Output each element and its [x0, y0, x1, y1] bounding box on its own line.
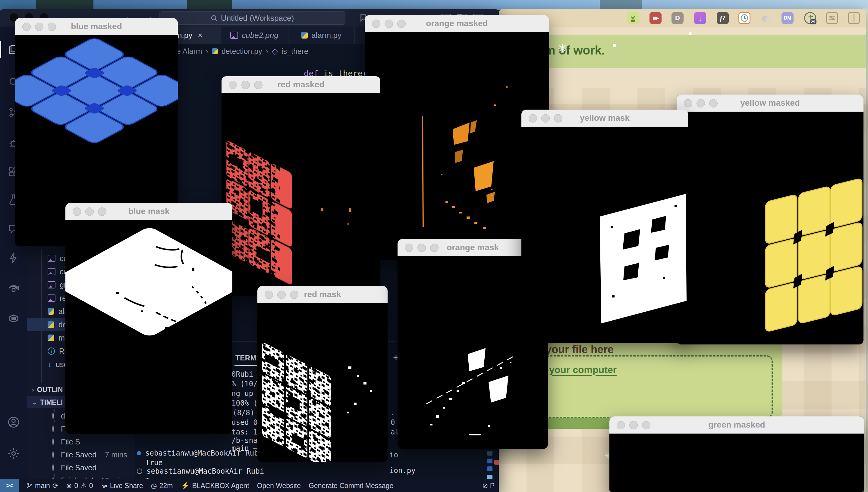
- terminal-decoration: [494, 460, 499, 465]
- python-icon: [301, 32, 308, 39]
- red-mask-image: [257, 303, 388, 462]
- terminal-text-fragment: io: [390, 451, 398, 459]
- palm-timer-icon[interactable]: 29: [804, 12, 816, 24]
- plant-icon[interactable]: [627, 12, 639, 24]
- lightning-icon[interactable]: [0, 248, 27, 267]
- wallpaper-tree: [187, 0, 232, 10]
- cv-window-red-masked[interactable]: red masked: [221, 76, 380, 296]
- errors-icon: ⊗: [66, 482, 72, 490]
- terminal-line: True: [137, 459, 163, 467]
- terminal-text-fragment: used 0: [232, 418, 258, 427]
- cv-window-blue-mask[interactable]: blue mask: [65, 203, 232, 434]
- python-icon: [212, 48, 218, 54]
- timeline-label: File S: [61, 438, 80, 446]
- workspace-search-box[interactable]: Untitled (Workspace): [159, 11, 345, 25]
- cloud-icon[interactable]: [760, 12, 772, 24]
- search-icon: [211, 15, 218, 22]
- cv-window-yellow-mask[interactable]: yellow mask: [521, 109, 688, 343]
- direct-messages-icon[interactable]: DM: [781, 12, 794, 24]
- timeline-item[interactable]: File Saved7 mins: [27, 448, 135, 461]
- cv-titlebar[interactable]: blue masked: [15, 18, 178, 35]
- cv-titlebar[interactable]: red mask: [257, 286, 388, 303]
- terminal-decoration: [487, 475, 492, 479]
- python-file-icon: [48, 308, 54, 315]
- wallpaper-tree: [600, 0, 642, 10]
- terminal-text-fragment: (8/8): [233, 409, 254, 417]
- live-share-status[interactable]: Live Share: [101, 482, 143, 490]
- tab-cube2-png[interactable]: cube2.png: [220, 26, 288, 44]
- symbol-cube-icon: ◇: [272, 47, 278, 56]
- python-file-icon: [48, 321, 54, 328]
- account-icon[interactable]: [0, 413, 27, 432]
- blue-mask-image: [65, 220, 232, 434]
- download-file-icon: ↓: [48, 360, 51, 369]
- terminal-text-fragment: .: [391, 409, 395, 417]
- live-share-icon[interactable]: [0, 278, 27, 297]
- cv-titlebar[interactable]: blue mask: [65, 203, 232, 220]
- settings-gear-icon[interactable]: [0, 444, 27, 463]
- blackbox-robot-icon[interactable]: [0, 308, 27, 327]
- clock-icon: ◷: [151, 482, 157, 490]
- open-website-button[interactable]: Open Website: [257, 482, 301, 490]
- problems-status[interactable]: ⊗ 0 ⚠ 0: [66, 482, 93, 490]
- warnings-icon: ⚠: [80, 482, 87, 490]
- blackbox-agent-status[interactable]: ⚡ BLACKBOX Agent: [181, 482, 249, 490]
- preferences-icon[interactable]: [826, 12, 838, 24]
- terminal-text-fragment: 0Rubi: [232, 370, 253, 378]
- download-icon[interactable]: ↓: [694, 12, 706, 24]
- cv-titlebar[interactable]: yellow mask: [521, 109, 688, 127]
- focus-app-toolbar: ▶▶ D ↓ f? DM 29: [499, 9, 866, 27]
- timeline-item[interactable]: File S: [27, 435, 135, 448]
- cv-window-title: green masked: [609, 420, 864, 430]
- work-banner: g 3h 30m of work.: [499, 34, 866, 68]
- split-view-icon[interactable]: [848, 12, 860, 24]
- fast-forward-icon[interactable]: ▶▶: [650, 12, 661, 24]
- remote-indicator[interactable]: ><: [0, 479, 19, 492]
- snowflake-icon: [558, 44, 567, 53]
- git-branch-icon: [26, 482, 32, 489]
- terminal-text-fragment: ion.py: [390, 466, 416, 475]
- cv-titlebar[interactable]: yellow masked: [677, 95, 864, 112]
- terminal-line: sebastianwu@MacBookAir Rubi: [137, 449, 263, 458]
- terminal-text-fragment: % (10/: [232, 380, 258, 388]
- live-share-icon: [101, 482, 108, 489]
- image-file-icon: [48, 294, 55, 302]
- terminal-text-fragment: 100% (: [232, 399, 258, 408]
- clock-icon[interactable]: [738, 12, 750, 24]
- red-masked-image: [221, 93, 380, 296]
- tab-alarm-py[interactable]: alarm.py: [288, 26, 355, 44]
- drop-zone-computer-link[interactable]: your computer: [549, 364, 617, 375]
- cv-window-title: orange masked: [365, 19, 549, 28]
- sync-icon[interactable]: ⟳: [52, 482, 58, 490]
- terminal-decoration: [487, 466, 492, 471]
- cv-window-green-masked[interactable]: green masked: [609, 416, 864, 492]
- status-bar: >< main ⟳ ⊗ 0 ⚠ 0 Live Share ◷ 22m ⚡: [0, 479, 499, 492]
- cv-window-yellow-masked[interactable]: yellow masked: [677, 95, 864, 344]
- generate-commit-message-button[interactable]: Generate Commit Message: [309, 482, 393, 490]
- docs-d-icon[interactable]: D: [672, 12, 684, 24]
- timeline-time: 7 mins: [105, 450, 127, 459]
- cv-titlebar[interactable]: orange masked: [365, 15, 549, 32]
- circle-icon: [50, 464, 56, 471]
- function-help-icon[interactable]: f?: [717, 12, 729, 24]
- circle-icon: [50, 451, 56, 458]
- terminal-decoration: [487, 459, 492, 463]
- formatter-status[interactable]: ⊘ P: [482, 482, 495, 490]
- branch-status[interactable]: main ⟳: [26, 482, 58, 490]
- lightning-icon: ⚡: [181, 482, 190, 490]
- breadcrumb[interactable]: ube Alarm› detection.py› ◇ is_there: [168, 45, 308, 57]
- cv-window-red-mask[interactable]: red mask: [257, 286, 388, 462]
- cv-titlebar[interactable]: red masked: [221, 76, 380, 93]
- cv-titlebar[interactable]: green masked: [609, 416, 864, 434]
- circle-icon: [50, 425, 56, 433]
- terminal-text-fragment: tas: 1: [232, 428, 258, 436]
- readme-info-icon: i: [48, 347, 55, 355]
- yellow-mask-image: [521, 127, 688, 343]
- close-icon[interactable]: ×: [198, 31, 202, 40]
- sparkle-dot: [689, 32, 692, 35]
- timeline-item[interactable]: File Saved: [27, 461, 135, 474]
- python-file-icon: [48, 335, 54, 341]
- image-icon: [230, 32, 238, 39]
- cv-window-title: yellow masked: [677, 98, 864, 108]
- timer-status[interactable]: ◷ 22m: [151, 482, 173, 490]
